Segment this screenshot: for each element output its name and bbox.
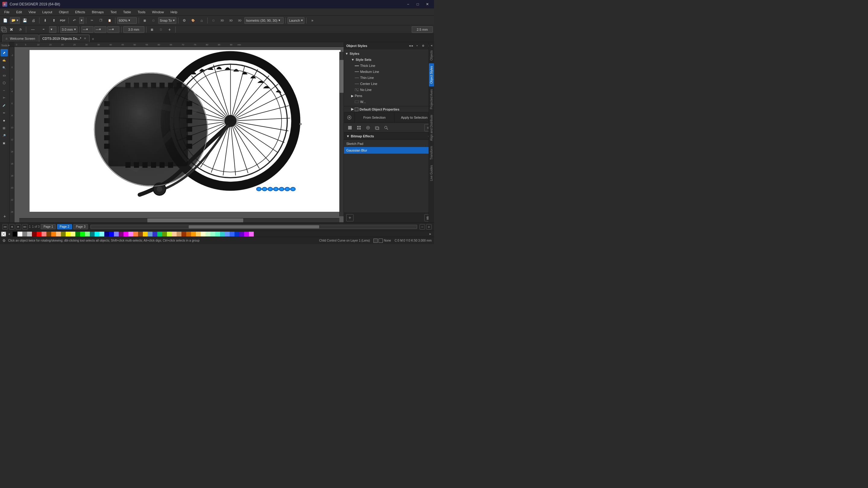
panel-add-button[interactable]: + [415,43,420,48]
tab-document[interactable]: CDTS-2019 Objects Do...* ✕ [39,35,90,42]
page-tab-2[interactable]: Page 2 [57,224,72,229]
color-swatch[interactable] [114,232,119,236]
color-swatch[interactable] [157,232,162,236]
zoom-level-dropdown[interactable]: 600% ▾ [117,17,137,24]
color-swatch[interactable] [70,232,75,236]
add-tool-button[interactable]: + [1,213,8,220]
color-swatch[interactable] [172,232,177,236]
menu-text[interactable]: Text [107,10,119,14]
style-sets-group[interactable]: ▼ Style Sets [344,57,434,63]
add-tb-button[interactable]: + [166,26,174,33]
tree-item-w[interactable]: W... [344,99,434,105]
menu-bitmaps[interactable]: Bitmaps [89,10,107,14]
page-tab-3[interactable]: Page 3 [73,224,88,229]
color-swatch[interactable] [220,232,225,236]
magnify-canvas-button[interactable]: 🔎 [1,132,8,139]
color-swatch[interactable] [37,232,41,236]
open-dropdown[interactable]: 📂 ▾ [10,17,20,24]
transparency-tool-button[interactable]: ▤ [1,124,8,132]
color-swatch[interactable] [225,232,230,236]
menu-edit[interactable]: Edit [13,10,25,14]
thick-line-button[interactable]: ━ [38,26,48,33]
maximize-button[interactable]: □ [413,1,422,7]
add-tab-button[interactable]: + [90,36,96,42]
line-style-4-dropdown[interactable]: —▾ [107,26,119,33]
styles-root-group[interactable]: ▼ Styles [344,51,434,57]
projection-dropdown[interactable]: Isometric (30, 90, 30) ▾ [244,17,284,24]
color-swatch[interactable] [177,232,181,236]
canvas-scrollbar-horizontal[interactable] [19,218,339,222]
effect-item-sketch-pad[interactable]: Sketch Pad [344,140,434,147]
color-management-button[interactable]: 🎨 [189,17,197,24]
color-swatch[interactable] [66,232,70,236]
menu-object[interactable]: Object [56,10,71,14]
close-button[interactable]: ✕ [423,1,432,7]
color-swatch[interactable] [99,232,104,236]
side-expand-button[interactable]: ◄ [430,43,434,47]
cut-button[interactable]: ✂ [88,17,96,24]
drawing-canvas[interactable]: VEXAB [30,50,341,212]
color-swatch[interactable] [75,232,80,236]
canvas-scrollbar-vertical[interactable] [339,52,344,216]
color-swatch[interactable] [109,232,114,236]
color-swatch[interactable] [153,232,157,236]
selection-tool-button[interactable]: ⬈ [1,49,8,56]
color-swatch[interactable] [239,232,244,236]
prev-page-button[interactable]: ◄ [9,224,14,230]
lens-button[interactable] [382,124,390,131]
next-page-button[interactable]: ► [16,224,21,230]
transparency-panel-button[interactable] [373,124,381,131]
horizontal-scroll[interactable] [90,225,417,229]
snap-nodes-button[interactable]: ▦ [141,17,149,24]
color-swatch[interactable] [201,232,206,236]
tree-item-medium-line[interactable]: Medium Line [344,69,434,75]
bitmap-effects-header[interactable]: ▼ Bitmap Effects — [344,133,434,140]
print-button[interactable]: 🖨 [30,17,37,24]
add-bitmap-effect-button[interactable]: + [346,214,353,221]
eyedropper-button[interactable]: 💉 [1,102,8,109]
undo-dropdown[interactable]: ▾ [79,17,84,24]
color-swatch[interactable] [41,232,46,236]
polygon-tool-button[interactable]: ⬡ [1,79,8,87]
color-swatch[interactable] [162,232,167,236]
from-selection-button[interactable]: From Selection [355,112,395,123]
rectangle-tool-button[interactable]: ▭ [1,72,8,79]
zoom-tool-button[interactable]: 🔍 [1,64,8,71]
export-button[interactable]: ⬆ [50,17,58,24]
page-tab-1[interactable]: Page 1 [41,224,56,229]
zoom-in-button[interactable]: + [426,224,432,230]
menu-table[interactable]: Table [120,10,134,14]
line-style-dropdown[interactable]: ▾ [49,26,56,33]
color-swatch[interactable] [18,232,22,236]
menu-window[interactable]: Window [149,10,167,14]
color-swatch[interactable] [249,232,254,236]
line-width-dropdown[interactable]: 3.0 mm ▾ [60,26,78,33]
color-swatch[interactable] [13,232,18,236]
side-tab-live-guides[interactable]: Live Guides [429,162,434,184]
right-value-input[interactable] [412,26,433,33]
tab-close-icon[interactable]: ✕ [84,37,86,40]
color-swatch[interactable] [104,232,109,236]
toolbox-close-button[interactable]: ✕ [7,43,10,47]
style-icon-button[interactable] [344,112,355,123]
canvas-content[interactable]: VEXAB [14,47,344,222]
no-fill-button[interactable]: ✖ [7,26,16,33]
view-mode-button[interactable]: □ [210,17,217,24]
color-swatch[interactable] [80,232,85,236]
import-button[interactable]: ⬇ [41,17,49,24]
color-swatch[interactable] [124,232,128,236]
side-tab-projected-axes[interactable]: Projected Axes [429,87,434,112]
color-swatch[interactable] [119,232,124,236]
color-swatch[interactable] [133,232,138,236]
panel-options-button[interactable]: ⚙ [421,43,426,48]
color-swatch[interactable] [128,232,133,236]
launch-dropdown[interactable]: Launch ▾ [287,17,304,24]
menu-layout[interactable]: Layout [39,10,55,14]
expand-toolbar-button[interactable]: » [308,17,316,24]
color-swatch[interactable] [95,232,99,236]
color-swatch[interactable] [215,232,220,236]
color-swatch[interactable] [61,232,66,236]
color-swatch[interactable] [138,232,143,236]
menu-help[interactable]: Help [167,10,181,14]
home-button[interactable]: ⌂ [198,17,206,24]
